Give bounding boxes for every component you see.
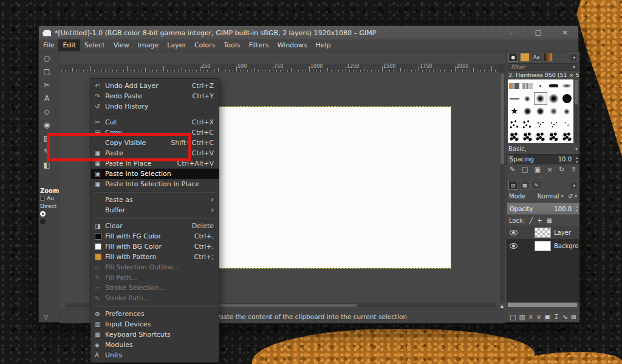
menu-item-undo-add-layer[interactable]: ↶Undo Add LayerCtrl+Z <box>91 81 219 91</box>
tool-scissors-icon[interactable]: ✂ <box>39 78 54 92</box>
ruler-corner-button[interactable] <box>499 64 505 72</box>
layer-row-background[interactable]: Background <box>507 239 579 252</box>
brush-thumb[interactable] <box>521 92 535 105</box>
tab-menu-button[interactable]: ◂ <box>570 181 578 189</box>
brush-thumb[interactable] <box>560 79 573 92</box>
brush-thumb[interactable] <box>560 92 573 105</box>
open-brush-as-image-button[interactable]: ⇑ <box>571 166 576 174</box>
tool-text-icon[interactable]: A <box>39 92 54 105</box>
brush-thumb[interactable] <box>521 105 535 118</box>
visibility-eye-icon[interactable] <box>510 243 518 249</box>
brush-thumb[interactable] <box>508 92 521 105</box>
brush-thumb[interactable] <box>521 130 535 143</box>
menubar-item-image[interactable]: Image <box>134 39 163 51</box>
layers-list-scrollbar[interactable] <box>508 303 577 307</box>
image-canvas[interactable] <box>183 107 451 268</box>
zoom-out-radio[interactable] <box>40 219 46 224</box>
maximize-button[interactable]: □ <box>525 26 552 39</box>
vertical-scrollbar[interactable] <box>500 72 505 303</box>
reset-tool-options-button[interactable]: ▽ <box>44 314 49 320</box>
menubar-item-tools[interactable]: Tools <box>219 39 244 51</box>
brush-thumb[interactable] <box>560 130 573 143</box>
tab-patterns[interactable] <box>520 53 530 62</box>
new-brush-button[interactable]: □ <box>522 166 528 174</box>
brush-thumb[interactable] <box>547 118 561 130</box>
menubar-item-windows[interactable]: Windows <box>273 39 311 51</box>
tool-clone-icon[interactable]: ◉ <box>39 118 54 132</box>
tab-gradients[interactable] <box>543 53 553 62</box>
menu-item-units[interactable]: AUnits <box>91 350 219 360</box>
tab-brushes[interactable]: ● <box>508 53 518 62</box>
brush-group-dropdown[interactable]: Basic, ▾ <box>508 144 578 153</box>
spacing-slider[interactable]: Spacing 10.0 ▴▾ <box>507 154 579 164</box>
tab-paths[interactable]: ✎ <box>531 181 541 190</box>
chevron-down-icon[interactable]: ▾ <box>573 64 575 70</box>
brush-thumb[interactable] <box>534 79 547 92</box>
new-layer-group-button[interactable]: ▥ <box>519 313 525 321</box>
menu-item-preferences[interactable]: ⚙Preferences <box>91 309 219 319</box>
lock-paint-icon[interactable]: ╱ <box>529 217 533 224</box>
menubar-item-help[interactable]: Help <box>312 39 335 51</box>
mode-dropdown[interactable]: Normal <box>537 193 559 200</box>
minimize-button[interactable]: – <box>498 26 525 39</box>
lock-move-icon[interactable]: + <box>537 217 542 224</box>
brush-thumb[interactable] <box>508 130 521 143</box>
tab-fonts[interactable]: Aa <box>531 53 541 62</box>
chevron-down-icon[interactable]: ▾ <box>575 194 577 199</box>
opacity-slider[interactable]: Opacity 100.0 ▴▾ <box>507 203 579 215</box>
refresh-brushes-button[interactable]: ↻ <box>559 166 564 174</box>
brush-thumb[interactable] <box>521 79 535 92</box>
tab-layers[interactable]: ▤ <box>508 181 518 190</box>
menu-item-paste-into-selection[interactable]: ▣Paste Into Selection <box>91 169 219 179</box>
menubar-item-view[interactable]: View <box>109 39 134 51</box>
brush-thumb[interactable] <box>560 105 573 118</box>
delete-brush-button[interactable]: × <box>547 166 552 174</box>
tab-channels[interactable]: ▦ <box>520 181 530 190</box>
brush-thumb[interactable] <box>508 79 521 92</box>
merge-layer-button[interactable]: ⇘ <box>562 313 568 321</box>
menu-item-fill-with-fg-color[interactable]: Fill with FG ColorCtrl+, <box>91 231 219 241</box>
tab-menu-button[interactable]: ◂ <box>570 53 578 61</box>
duplicate-brush-button[interactable]: ▣ <box>535 166 541 174</box>
brush-thumb[interactable]: ★ <box>508 105 521 118</box>
auto-resize-checkbox[interactable] <box>40 196 45 201</box>
menu-item-keyboard-shortcuts[interactable]: ▦Keyboard Shortcuts <box>91 329 219 340</box>
brush-grid-scrollbar[interactable] <box>574 79 578 143</box>
close-button[interactable]: × <box>552 26 578 39</box>
brush-thumb[interactable] <box>521 118 535 130</box>
chevron-down-icon[interactable]: ▾ <box>561 194 564 199</box>
anchor-layer-button[interactable]: ↧ <box>553 313 559 321</box>
duplicate-layer-button[interactable]: ▣ <box>544 313 550 321</box>
menu-item-cut[interactable]: ✂CutCtrl+X <box>91 117 219 127</box>
menu-item-fill-with-pattern[interactable]: Fill with PatternCtrl+; <box>91 252 219 262</box>
menu-item-modules[interactable]: ◈Modules <box>91 340 219 350</box>
brush-thumb[interactable] <box>508 118 521 130</box>
mode-cycle-icon[interactable]: ↺ <box>568 193 573 200</box>
new-layer-button[interactable]: □ <box>510 313 516 321</box>
menu-item-redo-paste[interactable]: ↷Redo PasteCtrl+Y <box>91 91 219 101</box>
menu-item-buffer[interactable]: Buffer› <box>91 205 219 215</box>
menubar-item-layer[interactable]: Layer <box>163 39 190 51</box>
menubar-item-select[interactable]: Select <box>80 39 109 51</box>
lower-layer-button[interactable]: ∨ <box>536 313 541 321</box>
menu-item-undo-history[interactable]: ↺Undo History <box>91 101 219 112</box>
spacing-spinner[interactable]: ▴▾ <box>576 155 578 164</box>
menubar-item-file[interactable]: File <box>39 39 58 51</box>
menu-item-paste-into-selection-in-place[interactable]: ▣Paste Into Selection In Place <box>91 179 219 189</box>
brush-thumb[interactable] <box>534 118 547 130</box>
tool-transform-icon[interactable]: ◇ <box>39 105 54 118</box>
brush-thumb[interactable] <box>534 130 547 143</box>
menubar-item-filters[interactable]: Filters <box>244 39 273 51</box>
tool-ellipse-select-icon[interactable]: ○ <box>39 52 54 65</box>
menubar-item-edit[interactable]: Edit <box>58 39 80 51</box>
brush-filter-input[interactable]: filter ▾ <box>508 63 578 71</box>
delete-layer-button[interactable]: ⊠ <box>571 313 576 321</box>
lock-alpha-icon[interactable]: ▦ <box>547 217 552 224</box>
brush-thumb[interactable] <box>547 105 561 118</box>
menu-item-input-devices[interactable]: ▥Input Devices <box>91 319 219 329</box>
brush-thumb[interactable] <box>534 105 547 118</box>
title-bar[interactable]: *[Untitled]-1.0 (RGB color 8-bit gamma i… <box>39 26 578 39</box>
brush-thumb[interactable] <box>547 130 561 143</box>
brush-thumb[interactable] <box>560 118 573 130</box>
brush-thumb[interactable] <box>547 79 561 92</box>
